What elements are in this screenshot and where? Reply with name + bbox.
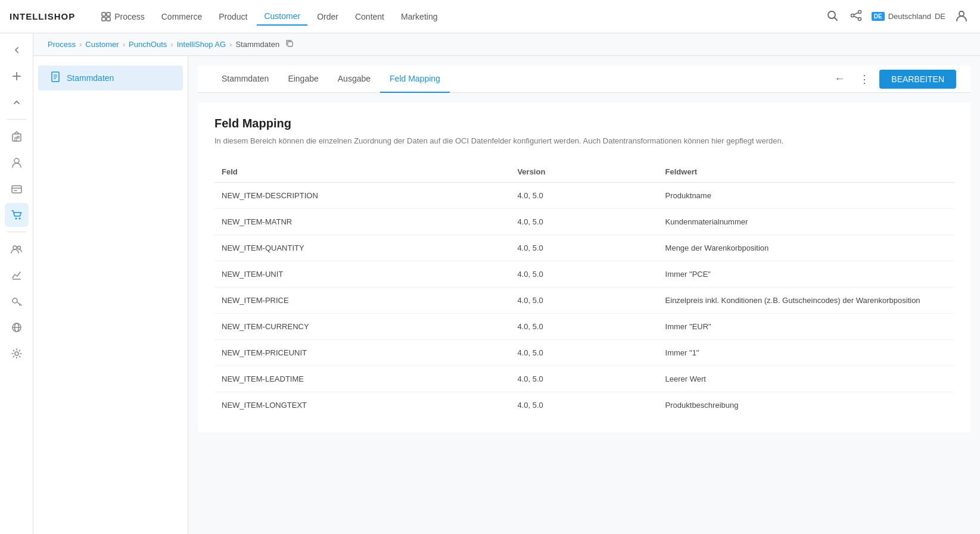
breadcrumb-sep-1: › bbox=[79, 40, 82, 49]
cell-feldwert: Leerer Wert bbox=[658, 366, 954, 392]
nav-items: Process Commerce Product Customer Order … bbox=[94, 8, 824, 26]
sidebar-divider-2 bbox=[7, 232, 26, 232]
svg-rect-18 bbox=[12, 186, 21, 193]
nav-order-label: Order bbox=[317, 12, 338, 21]
nav-content[interactable]: Content bbox=[348, 8, 391, 25]
sidebar-globe-icon[interactable] bbox=[5, 316, 29, 339]
breadcrumb-intellishop[interactable]: IntelliShop AG bbox=[177, 40, 226, 49]
svg-line-5 bbox=[834, 18, 837, 21]
nav-product[interactable]: Product bbox=[211, 8, 254, 25]
cell-version: 4.0, 5.0 bbox=[510, 261, 658, 287]
cell-feld: NEW_ITEM-LONGTEXT bbox=[214, 392, 510, 418]
nav-process[interactable]: Process bbox=[94, 8, 152, 25]
more-options-button[interactable]: ⋮ bbox=[854, 70, 875, 88]
language-selector[interactable]: DE Deutschland DE bbox=[872, 12, 945, 21]
grid-icon bbox=[101, 12, 111, 21]
svg-line-10 bbox=[854, 16, 858, 18]
svg-rect-16 bbox=[17, 136, 19, 138]
col-header-version: Version bbox=[510, 161, 658, 183]
table-body: NEW_ITEM-DESCRIPTION4.0, 5.0ProduktnameN… bbox=[214, 182, 954, 418]
breadcrumb-sep-4: › bbox=[229, 40, 232, 49]
mapping-table: Feld Version Feldwert NEW_ITEM-DESCRIPTI… bbox=[214, 161, 954, 418]
cell-feld: NEW_ITEM-UNIT bbox=[214, 261, 510, 287]
nav-order[interactable]: Order bbox=[310, 8, 346, 25]
tabs-bar: Stammdaten Eingabe Ausgabe Feld Mapping … bbox=[198, 65, 970, 93]
sidebar-user-icon[interactable] bbox=[5, 151, 29, 174]
cell-feldwert: Produktname bbox=[658, 182, 954, 208]
lang-flag: DE bbox=[872, 12, 885, 21]
collapse-sidebar-button[interactable] bbox=[5, 38, 29, 62]
sidebar-analytics-icon[interactable] bbox=[5, 263, 29, 287]
cell-version: 4.0, 5.0 bbox=[510, 339, 658, 366]
content-inner: Stammdaten Stammdaten Eingabe Ausgabe Fe… bbox=[33, 56, 980, 534]
left-panel-stammdaten-label: Stammdaten bbox=[67, 73, 114, 83]
nav-content-label: Content bbox=[355, 12, 384, 21]
breadcrumb-punchouts[interactable]: PunchOuts bbox=[129, 40, 167, 49]
breadcrumb-current: Stammdaten bbox=[235, 40, 279, 49]
svg-point-23 bbox=[13, 246, 17, 249]
user-profile-button[interactable] bbox=[953, 7, 970, 26]
breadcrumb-customer[interactable]: Customer bbox=[85, 40, 119, 49]
svg-point-17 bbox=[14, 158, 19, 163]
svg-point-21 bbox=[15, 218, 17, 220]
app-layout: Process › Customer › PunchOuts › Intelli… bbox=[0, 33, 980, 534]
svg-point-22 bbox=[18, 218, 20, 220]
tab-feld-mapping[interactable]: Feld Mapping bbox=[380, 65, 450, 93]
icon-sidebar bbox=[0, 33, 33, 534]
breadcrumb: Process › Customer › PunchOuts › Intelli… bbox=[33, 33, 980, 56]
cell-feld: NEW_ITEM-CURRENCY bbox=[214, 313, 510, 339]
lang-label: Deutschland bbox=[888, 12, 931, 21]
add-button[interactable] bbox=[5, 64, 29, 88]
svg-point-32 bbox=[15, 352, 18, 355]
cell-feld: NEW_ITEM-LEADTIME bbox=[214, 366, 510, 392]
feld-mapping-card: Feld Mapping In diesem Bereich können di… bbox=[198, 102, 970, 432]
table-row: NEW_ITEM-PRICE4.0, 5.0Einzelpreis inkl. … bbox=[214, 287, 954, 313]
cell-feldwert: Immer "EUR" bbox=[658, 313, 954, 339]
svg-rect-15 bbox=[15, 138, 17, 141]
collapse-section-button[interactable] bbox=[5, 90, 29, 114]
cell-version: 4.0, 5.0 bbox=[510, 287, 658, 313]
tab-ausgabe[interactable]: Ausgabe bbox=[328, 65, 380, 93]
sidebar-cart-icon[interactable] bbox=[5, 203, 29, 227]
nav-marketing-label: Marketing bbox=[401, 12, 437, 21]
cell-feld: NEW_ITEM-PRICEUNIT bbox=[214, 339, 510, 366]
table-header: Feld Version Feldwert bbox=[214, 161, 954, 183]
topnav-right: DE Deutschland DE bbox=[824, 7, 970, 26]
col-header-feld: Feld bbox=[214, 161, 510, 183]
top-navigation: INTELLISHOP Process Commerce Product Cus… bbox=[0, 0, 980, 33]
sidebar-settings-icon[interactable] bbox=[5, 342, 29, 366]
svg-point-24 bbox=[17, 246, 20, 249]
cell-version: 4.0, 5.0 bbox=[510, 235, 658, 261]
tab-eingabe[interactable]: Eingabe bbox=[278, 65, 328, 93]
svg-point-8 bbox=[858, 18, 861, 21]
card-description: In diesem Bereich können die einzelnen Z… bbox=[214, 135, 954, 147]
cell-feldwert: Menge der Warenkorbposition bbox=[658, 235, 954, 261]
cell-version: 4.0, 5.0 bbox=[510, 313, 658, 339]
sidebar-group-icon[interactable] bbox=[5, 237, 29, 261]
left-panel-stammdaten[interactable]: Stammdaten bbox=[38, 65, 183, 90]
sidebar-billing-icon[interactable] bbox=[5, 177, 29, 201]
app-logo: INTELLISHOP bbox=[10, 11, 75, 21]
search-button[interactable] bbox=[824, 7, 841, 26]
sidebar-building-icon[interactable] bbox=[5, 124, 29, 148]
nav-marketing[interactable]: Marketing bbox=[394, 8, 444, 25]
breadcrumb-process[interactable]: Process bbox=[48, 40, 76, 49]
tab-stammdaten[interactable]: Stammdaten bbox=[212, 65, 278, 93]
copy-icon[interactable] bbox=[285, 39, 294, 49]
bearbeiten-button[interactable]: BEARBEITEN bbox=[879, 70, 956, 89]
nav-customer[interactable]: Customer bbox=[257, 8, 307, 26]
table-header-row: Feld Version Feldwert bbox=[214, 161, 954, 183]
share-button[interactable] bbox=[848, 7, 864, 26]
table-row: NEW_ITEM-PRICEUNIT4.0, 5.0Immer "1" bbox=[214, 339, 954, 366]
svg-point-6 bbox=[858, 11, 861, 14]
cell-feldwert: Einzelpreis inkl. Konditionen (z.B. Guts… bbox=[658, 287, 954, 313]
table-row: NEW_ITEM-CURRENCY4.0, 5.0Immer "EUR" bbox=[214, 313, 954, 339]
nav-commerce[interactable]: Commerce bbox=[154, 8, 209, 25]
back-button[interactable]: ← bbox=[829, 70, 850, 88]
cell-feld: NEW_ITEM-QUANTITY bbox=[214, 235, 510, 261]
cell-feldwert: Immer "PCE" bbox=[658, 261, 954, 287]
svg-rect-1 bbox=[107, 13, 110, 16]
stammdaten-icon bbox=[50, 71, 61, 85]
nav-process-label: Process bbox=[114, 12, 145, 21]
sidebar-key-icon[interactable] bbox=[5, 289, 29, 313]
